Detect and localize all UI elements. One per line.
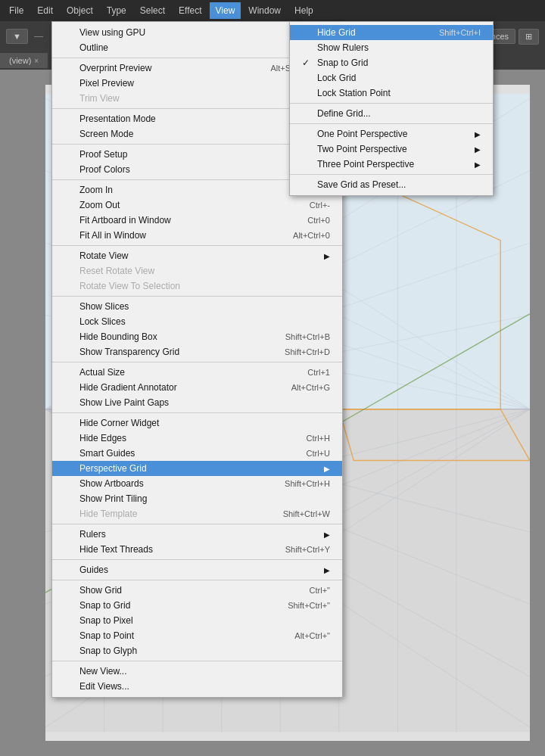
menu-shortcut-24: Ctrl+H — [307, 434, 330, 443]
view-menu-item-13[interactable]: Rotate View▶ — [52, 248, 342, 263]
menu-divider-22 — [52, 412, 342, 413]
menu-label-6: Screen Mode — [79, 129, 318, 139]
perspective-grid-submenu: Hide GridShift+Ctrl+IShow Rulers✓Snap to… — [289, 21, 494, 196]
menu-label-18: Hide Bounding Box — [79, 331, 270, 342]
persp-arrow-8: ▶ — [475, 160, 481, 169]
view-menu-item-18[interactable]: Hide Bounding BoxShift+Ctrl+B — [52, 329, 342, 344]
persp-arrow-6: ▶ — [475, 130, 481, 138]
view-menu-item-11[interactable]: Fit Artboard in WindowCtrl+0 — [52, 213, 342, 228]
menu-label-26: Perspective Grid — [79, 463, 318, 474]
menu-label-3: Pixel Preview — [79, 78, 277, 89]
menu-label-24: Hide Edges — [79, 433, 291, 443]
menu-arrow-13: ▶ — [324, 252, 330, 260]
view-menu-item-10[interactable]: Zoom OutCtrl+- — [52, 198, 342, 213]
view-menu-item-39[interactable]: Edit Views... — [52, 679, 342, 694]
menu-type[interactable]: Type — [101, 2, 132, 19]
view-menu-item-31[interactable]: Hide Text ThreadsShift+Ctrl+Y — [52, 542, 342, 557]
persp-divider-8 — [290, 174, 493, 175]
persp-label-6: One Point Perspective — [317, 129, 469, 139]
persp-divider-4 — [290, 103, 493, 104]
menu-label-27: Show Artboards — [79, 478, 269, 489]
persp-submenu-item-0[interactable]: Hide GridShift+Ctrl+I — [290, 25, 493, 40]
arrange-button[interactable]: ⊞ — [519, 29, 539, 45]
menu-label-29: Hide Template — [79, 509, 268, 519]
view-menu-item-24[interactable]: Hide EdgesCtrl+H — [52, 431, 342, 446]
view-menu-item-14: Reset Rotate View — [52, 263, 342, 278]
menu-effect[interactable]: Effect — [173, 2, 207, 19]
view-menu-item-22[interactable]: Show Live Paint Gaps — [52, 395, 342, 410]
persp-submenu-item-3[interactable]: Lock Grid — [290, 70, 493, 86]
persp-label-8: Three Point Perspective — [317, 159, 469, 170]
persp-label-4: Lock Station Point — [317, 88, 481, 98]
view-menu-item-17[interactable]: Lock Slices — [52, 314, 342, 329]
menu-object[interactable]: Object — [61, 2, 99, 19]
view-menu-item-37[interactable]: Snap to Glyph — [52, 643, 342, 658]
view-menu-item-38[interactable]: New View... — [52, 664, 342, 679]
menu-shortcut-25: Ctrl+U — [307, 449, 330, 458]
view-menu-item-35[interactable]: Snap to Pixel — [52, 613, 342, 628]
view-menu-item-21[interactable]: Hide Gradient AnnotatorAlt+Ctrl+G — [52, 380, 342, 395]
menu-label-0: View using GPU — [79, 27, 291, 38]
persp-submenu-item-9[interactable]: Save Grid as Preset... — [290, 177, 493, 192]
menu-label-35: Snap to Pixel — [79, 615, 330, 626]
menu-shortcut-29: Shift+Ctrl+W — [283, 509, 330, 518]
menu-label-32: Guides — [79, 565, 318, 575]
menu-divider-12 — [52, 245, 342, 246]
menu-select[interactable]: Select — [134, 2, 171, 19]
menu-label-13: Rotate View — [79, 250, 318, 261]
menu-divider-32 — [52, 580, 342, 580]
arrow-tool[interactable]: ▼ — [6, 29, 28, 44]
persp-submenu-item-6[interactable]: One Point Perspective▶ — [290, 126, 493, 142]
menu-window[interactable]: Window — [242, 2, 287, 19]
menu-edit[interactable]: Edit — [31, 2, 59, 19]
persp-submenu-item-2[interactable]: ✓Snap to Grid — [290, 55, 493, 70]
tab-label: (view) — [9, 56, 31, 65]
view-menu-item-34[interactable]: Snap to GridShift+Ctrl+" — [52, 598, 342, 613]
tab-close[interactable]: × — [34, 57, 39, 65]
persp-submenu-item-4[interactable]: Lock Station Point — [290, 86, 493, 101]
view-menu-item-15: Rotate View To Selection — [52, 278, 342, 294]
menu-shortcut-34: Shift+Ctrl+" — [288, 601, 330, 610]
view-menu-item-29: Hide TemplateShift+Ctrl+W — [52, 506, 342, 521]
menu-file[interactable]: File — [3, 2, 30, 19]
view-menu-item-26[interactable]: Perspective Grid▶ — [52, 461, 342, 476]
view-menu-item-32[interactable]: Guides▶ — [52, 562, 342, 577]
menu-shortcut-10: Ctrl+- — [310, 201, 330, 210]
persp-arrow-7: ▶ — [475, 145, 481, 154]
view-menu-item-16[interactable]: Show Slices — [52, 299, 342, 314]
menu-shortcut-19: Shift+Ctrl+D — [285, 347, 330, 356]
menu-label-33: Show Grid — [79, 585, 294, 596]
persp-label-7: Two Point Perspective — [317, 144, 469, 154]
menu-label-1: Outline — [79, 42, 291, 53]
persp-label-9: Save Grid as Preset... — [317, 179, 481, 190]
view-menu-item-19[interactable]: Show Transparency GridShift+Ctrl+D — [52, 344, 342, 359]
persp-label-2: Snap to Grid — [317, 58, 481, 68]
menu-shortcut-11: Ctrl+0 — [307, 216, 330, 225]
persp-submenu-item-5[interactable]: Define Grid... — [290, 106, 493, 121]
menu-help[interactable]: Help — [288, 2, 319, 19]
persp-submenu-item-7[interactable]: Two Point Perspective▶ — [290, 142, 493, 157]
menu-label-31: Hide Text Threads — [79, 544, 270, 555]
menu-label-15: Rotate View To Selection — [79, 281, 330, 291]
tab-view[interactable]: (view) × — [0, 53, 48, 68]
menu-label-34: Snap to Grid — [79, 600, 272, 611]
persp-check-2: ✓ — [302, 58, 314, 68]
view-menu-item-25[interactable]: Smart GuidesCtrl+U — [52, 446, 342, 461]
menu-label-9: Zoom In — [79, 185, 292, 195]
persp-submenu-item-1[interactable]: Show Rulers — [290, 40, 493, 55]
menu-shortcut-21: Alt+Ctrl+G — [291, 383, 330, 392]
view-menu-item-33[interactable]: Show GridCtrl+" — [52, 583, 342, 598]
view-menu-item-27[interactable]: Show ArtboardsShift+Ctrl+H — [52, 476, 342, 491]
menu-view[interactable]: View — [210, 2, 241, 19]
menu-shortcut-36: Alt+Ctrl+" — [294, 631, 330, 640]
menu-label-2: Overprint Preview — [79, 63, 255, 73]
view-menu-item-12[interactable]: Fit All in WindowAlt+Ctrl+0 — [52, 228, 342, 243]
view-menu-item-28[interactable]: Show Print Tiling — [52, 491, 342, 506]
view-menu-item-30[interactable]: Rulers▶ — [52, 527, 342, 542]
menu-label-19: Show Transparency Grid — [79, 347, 269, 357]
persp-submenu-item-8[interactable]: Three Point Perspective▶ — [290, 157, 493, 172]
menu-shortcut-20: Ctrl+1 — [307, 368, 330, 377]
view-menu-item-20[interactable]: Actual SizeCtrl+1 — [52, 365, 342, 380]
view-menu-item-23[interactable]: Hide Corner Widget — [52, 415, 342, 431]
view-menu-item-36[interactable]: Snap to PointAlt+Ctrl+" — [52, 628, 342, 643]
